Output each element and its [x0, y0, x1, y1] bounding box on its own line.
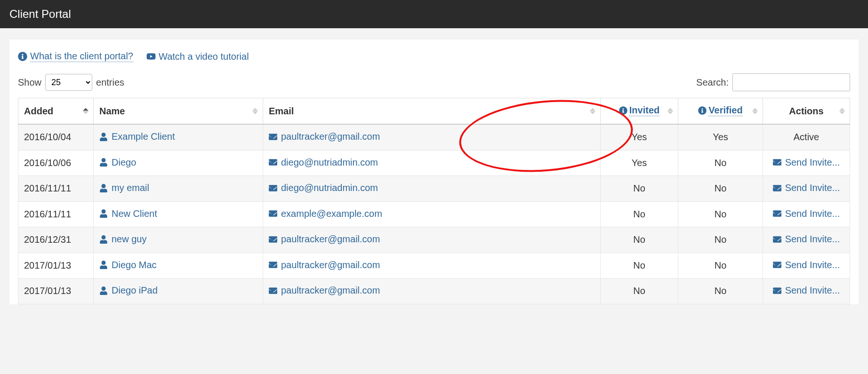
cell-added: 2016/11/11 — [18, 176, 94, 202]
cell-name: Example Client — [94, 124, 263, 150]
info-icon — [619, 106, 627, 115]
table-row: 2017/01/13Diego iPadpaultracker@gmail.co… — [18, 279, 850, 304]
cell-name: New Client — [94, 201, 263, 227]
cell-name: Diego iPad — [94, 279, 263, 304]
col-added[interactable]: Added — [18, 98, 94, 125]
envelope-icon — [773, 261, 781, 269]
cell-actions: Active — [763, 124, 850, 150]
sort-icon — [667, 108, 673, 114]
cell-added: 2016/10/04 — [18, 124, 94, 150]
envelope-icon — [269, 184, 277, 192]
play-icon — [146, 52, 156, 61]
page-title: Client Portal — [9, 8, 71, 21]
cell-email: diego@nutriadmin.com — [263, 150, 601, 176]
cell-verified: Yes — [678, 124, 763, 150]
main-panel: What is the client portal? Watch a video… — [9, 40, 859, 304]
cell-added: 2016/10/06 — [18, 150, 94, 176]
client-name-link[interactable]: Diego — [99, 157, 136, 168]
cell-invited: No — [601, 253, 678, 279]
search-input[interactable] — [732, 73, 850, 91]
client-email-link[interactable]: paultracker@gmail.com — [269, 131, 380, 142]
client-name-link[interactable]: Example Client — [99, 131, 175, 142]
cell-email: example@example.com — [263, 201, 601, 227]
cell-verified: No — [678, 201, 763, 227]
person-icon — [99, 209, 108, 218]
sort-icon — [752, 108, 758, 114]
cell-name: new guy — [94, 227, 263, 253]
client-email-link[interactable]: paultracker@gmail.com — [269, 285, 380, 296]
what-is-client-portal-link[interactable]: What is the client portal? — [18, 51, 133, 62]
envelope-icon — [773, 286, 781, 295]
col-actions[interactable]: Actions — [763, 98, 850, 125]
client-email-link[interactable]: paultracker@gmail.com — [269, 234, 380, 245]
client-name-link[interactable]: Diego Mac — [99, 260, 157, 271]
cell-actions: Send Invite... — [763, 253, 850, 279]
send-invite-button[interactable]: Send Invite... — [773, 260, 840, 271]
cell-actions: Send Invite... — [763, 279, 850, 304]
client-name-link[interactable]: my email — [99, 183, 149, 193]
col-verified[interactable]: Verified — [678, 98, 763, 125]
client-email-link[interactable]: diego@nutriadmin.com — [269, 183, 378, 193]
watch-video-tutorial-link[interactable]: Watch a video tutorial — [146, 51, 249, 62]
cell-invited: Yes — [601, 124, 678, 150]
envelope-icon — [773, 184, 781, 192]
info-icon — [698, 106, 707, 115]
cell-invited: No — [601, 201, 678, 227]
cell-actions: Send Invite... — [763, 227, 850, 253]
client-email-link[interactable]: example@example.com — [269, 208, 382, 219]
cell-email: paultracker@gmail.com — [263, 124, 601, 150]
client-name-link[interactable]: new guy — [99, 234, 147, 245]
cell-verified: No — [678, 279, 763, 304]
table-row: 2016/10/06Diegodiego@nutriadmin.comYesNo… — [18, 150, 850, 176]
table-header-row: Added Name Email — [18, 98, 850, 125]
col-name[interactable]: Name — [94, 98, 263, 125]
sort-icon — [590, 108, 595, 114]
col-invited[interactable]: Invited — [601, 98, 678, 125]
client-email-link[interactable]: paultracker@gmail.com — [269, 260, 380, 271]
send-invite-button[interactable]: Send Invite... — [773, 234, 840, 245]
page-size-select[interactable]: 25 — [45, 74, 92, 91]
app-header: Client Portal — [0, 0, 868, 28]
cell-verified: No — [678, 253, 763, 279]
cell-verified: No — [678, 150, 763, 176]
cell-invited: Yes — [601, 150, 678, 176]
send-invite-button[interactable]: Send Invite... — [773, 157, 840, 168]
cell-name: Diego — [94, 150, 263, 176]
cell-added: 2016/11/11 — [18, 201, 94, 227]
envelope-icon — [773, 235, 781, 244]
envelope-icon — [269, 158, 277, 167]
client-email-link[interactable]: diego@nutriadmin.com — [269, 157, 378, 168]
search-block: Search: — [696, 73, 850, 91]
col-email[interactable]: Email — [263, 98, 601, 125]
cell-actions: Send Invite... — [763, 176, 850, 202]
info-icon — [18, 52, 27, 61]
table-row: 2017/01/13Diego Macpaultracker@gmail.com… — [18, 253, 850, 279]
person-icon — [99, 158, 108, 167]
cell-verified: No — [678, 227, 763, 253]
cell-email: diego@nutriadmin.com — [263, 176, 601, 202]
person-icon — [99, 235, 108, 244]
envelope-icon — [269, 133, 277, 141]
client-table: Added Name Email — [18, 98, 850, 304]
send-invite-button[interactable]: Send Invite... — [773, 208, 840, 219]
help-links-row: What is the client portal? Watch a video… — [18, 51, 850, 62]
send-invite-button[interactable]: Send Invite... — [773, 183, 840, 193]
show-entries-control: Show 25 entries — [18, 74, 124, 91]
entries-suffix: entries — [96, 77, 124, 88]
table-body: 2016/10/04Example Clientpaultracker@gmai… — [18, 124, 850, 304]
envelope-icon — [773, 158, 781, 167]
action-active-label: Active — [794, 132, 819, 142]
table-toolbar: Show 25 entries Search: — [18, 73, 850, 91]
show-label: Show — [18, 77, 41, 88]
cell-actions: Send Invite... — [763, 201, 850, 227]
video-label: Watch a video tutorial — [159, 51, 249, 62]
cell-email: paultracker@gmail.com — [263, 279, 601, 304]
send-invite-button[interactable]: Send Invite... — [773, 285, 840, 296]
sort-icon — [839, 108, 845, 114]
envelope-icon — [773, 209, 781, 218]
client-name-link[interactable]: New Client — [99, 208, 157, 219]
client-name-link[interactable]: Diego iPad — [99, 285, 158, 296]
envelope-icon — [269, 235, 277, 244]
person-icon — [99, 286, 108, 295]
cell-invited: No — [601, 279, 678, 304]
